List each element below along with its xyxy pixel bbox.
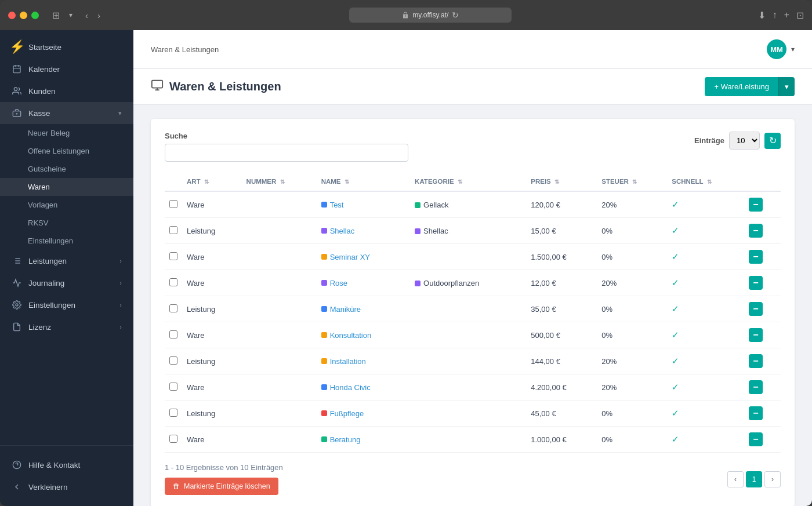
schnell-check-icon: ✓ [672, 278, 679, 287]
new-tab-icon[interactable]: + [784, 10, 789, 20]
row-action-button[interactable]: − [749, 432, 763, 446]
sidebar-subitem-offene-leistungen[interactable]: Offene Leistungen [0, 142, 133, 160]
chevron-down-icon[interactable]: ▾ [66, 10, 75, 20]
item-name-link[interactable]: Shellac [321, 227, 405, 235]
row-action-cell: − [744, 270, 781, 296]
row-checkbox[interactable] [169, 435, 177, 443]
sidebar-item-hilfe[interactable]: Hilfe & Kontakt [0, 454, 133, 476]
lock-icon [402, 12, 409, 19]
delete-marked-button[interactable]: 🗑 Markierte Einträge löschen [165, 478, 278, 495]
row-checkbox[interactable] [169, 304, 177, 312]
row-checkbox[interactable] [169, 278, 177, 286]
col-preis[interactable]: PREIS ⇅ [526, 172, 597, 191]
url-box[interactable]: my.offisy.at/ ↻ [349, 8, 512, 23]
maximize-button[interactable] [31, 12, 39, 19]
avatar[interactable]: MM [767, 39, 786, 59]
sidebar-subitem-waren[interactable]: Waren [0, 178, 133, 196]
col-schnell[interactable]: SCHNELL ⇅ [667, 172, 744, 191]
item-name-link[interactable]: Installation [321, 357, 405, 366]
item-name-link[interactable]: Test [321, 201, 405, 209]
item-name-link[interactable]: Beratung [321, 435, 405, 444]
sidebar-subitem-vorlagen[interactable]: Vorlagen [0, 196, 133, 214]
row-checkbox-cell[interactable] [165, 348, 182, 374]
sidebar-nav: ⚡ Startseite Kalender Kunden [0, 30, 133, 445]
download-icon[interactable]: ⬇ [758, 10, 766, 21]
row-steuer: 20% [597, 191, 667, 218]
search-input[interactable] [165, 144, 408, 162]
col-steuer[interactable]: STEUER ⇅ [597, 172, 667, 191]
row-checkbox[interactable] [169, 383, 177, 391]
tabs-icon[interactable]: ⊡ [796, 10, 804, 21]
entries-refresh-button[interactable]: ↻ [764, 133, 781, 149]
row-checkbox-cell[interactable] [165, 296, 182, 322]
row-checkbox-cell[interactable] [165, 191, 182, 218]
sidebar-subitem-rksv[interactable]: RKSV [0, 214, 133, 232]
row-checkbox-cell[interactable] [165, 218, 182, 244]
back-icon[interactable]: ‹ [82, 9, 91, 21]
row-checkbox[interactable] [169, 252, 177, 260]
row-checkbox[interactable] [169, 330, 177, 338]
row-action-button[interactable]: − [749, 406, 763, 420]
sidebar-item-startseite[interactable]: ⚡ Startseite [0, 36, 133, 58]
item-name-link[interactable]: Honda Civic [321, 383, 405, 392]
sidebar-subitem-neuer-beleg[interactable]: Neuer Beleg [0, 124, 133, 142]
sidebar-subitem-gutscheine[interactable]: Gutscheine [0, 160, 133, 178]
row-checkbox-cell[interactable] [165, 244, 182, 270]
sidebar-item-kunden[interactable]: Kunden [0, 80, 133, 102]
row-checkbox[interactable] [169, 200, 177, 208]
page-1-button[interactable]: 1 [746, 471, 762, 487]
share-icon[interactable]: ↑ [773, 10, 777, 20]
refresh-icon[interactable]: ↻ [452, 10, 459, 20]
sidebar-toggle-icon[interactable]: ⊞ [49, 9, 63, 22]
col-art[interactable]: ART ⇅ [182, 172, 242, 191]
row-action-button[interactable]: − [749, 198, 763, 212]
row-steuer: 0% [597, 427, 667, 453]
sidebar-item-einstellungen[interactable]: Einstellungen › [0, 294, 133, 316]
row-checkbox[interactable] [169, 226, 177, 234]
sidebar-item-kalender[interactable]: Kalender [0, 58, 133, 80]
col-kategorie[interactable]: KATEGORIE ⇅ [410, 172, 526, 191]
col-nummer[interactable]: NUMMER ⇅ [242, 172, 317, 191]
item-name-link[interactable]: Seminar XY [321, 253, 405, 261]
row-checkbox[interactable] [169, 409, 177, 417]
sidebar-item-verkleinern[interactable]: Verkleinern [0, 476, 133, 498]
row-schnell: ✓ [667, 322, 744, 348]
forward-icon[interactable]: › [95, 9, 103, 21]
row-action-button[interactable]: − [749, 328, 763, 342]
close-button[interactable] [8, 12, 16, 19]
row-checkbox-cell[interactable] [165, 374, 182, 401]
add-button-dropdown[interactable]: ▾ [778, 77, 795, 96]
row-checkbox-cell[interactable] [165, 401, 182, 427]
item-name-link[interactable]: Konsultation [321, 331, 405, 340]
item-name-link[interactable]: Rose [321, 279, 405, 287]
row-action-button[interactable]: − [749, 354, 763, 368]
avatar-chevron-icon[interactable]: ▾ [791, 45, 795, 53]
calendar-icon [12, 64, 22, 74]
chevron-right-icon: › [119, 279, 122, 286]
row-action-button[interactable]: − [749, 302, 763, 316]
row-checkbox-cell[interactable] [165, 322, 182, 348]
row-action-button[interactable]: − [749, 224, 763, 238]
table-row: Ware Honda Civic 4.200,00 € 20% ✓ − [165, 374, 781, 401]
col-name[interactable]: NAME ⇅ [317, 172, 410, 191]
sidebar-subitem-einstellungen[interactable]: Einstellungen [0, 232, 133, 250]
row-action-button[interactable]: − [749, 250, 763, 264]
row-action-button[interactable]: − [749, 380, 763, 394]
row-checkbox-cell[interactable] [165, 427, 182, 453]
list-icon [12, 256, 22, 266]
entries-select[interactable]: 10 25 50 [729, 132, 760, 150]
page-prev-button[interactable]: ‹ [727, 471, 744, 487]
row-checkbox[interactable] [169, 356, 177, 365]
sidebar-item-journaling[interactable]: Journaling › [0, 272, 133, 294]
row-action-button[interactable]: − [749, 276, 763, 290]
add-button[interactable]: + Ware/Leistung [705, 77, 778, 96]
minimize-button[interactable] [20, 12, 27, 19]
page-next-button[interactable]: › [764, 471, 781, 487]
item-name-link[interactable]: Fußpflege [321, 409, 405, 418]
sidebar-item-lizenz[interactable]: Lizenz › [0, 316, 133, 338]
row-action-cell: − [744, 218, 781, 244]
row-checkbox-cell[interactable] [165, 270, 182, 296]
item-name-link[interactable]: Maniküre [321, 305, 405, 314]
sidebar-item-leistungen[interactable]: Leistungen › [0, 250, 133, 272]
sidebar-item-kasse[interactable]: Kasse ▾ [0, 102, 133, 124]
